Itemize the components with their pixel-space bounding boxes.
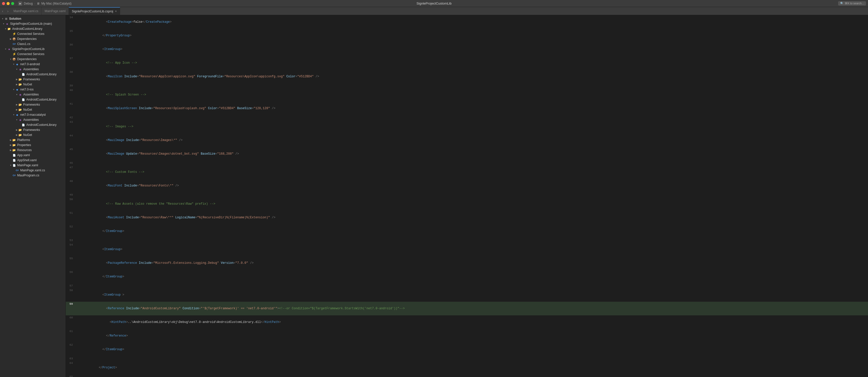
item-label: AndroidCustomLibrary xyxy=(26,98,56,101)
cs-file-icon: C# xyxy=(15,168,19,172)
library-icon: 📄 xyxy=(21,72,25,76)
sidebar-item-dependencies-1[interactable]: ▶ 📦 Dependencies xyxy=(0,36,65,41)
sidebar-item-mainpage-xaml[interactable]: ▾ 📄 MainPage.xaml xyxy=(0,163,65,168)
sidebar-item-frameworks-2[interactable]: ▶ 📂 Frameworks xyxy=(0,102,65,107)
item-label: Dependencies xyxy=(17,57,37,61)
code-line-45: 45 <MauiImage Update="Resources\Images\d… xyxy=(66,147,868,161)
item-label: AndroidCustomLibrary xyxy=(26,123,56,127)
tab-label: MainPage.xaml.cs xyxy=(13,9,38,13)
code-line-35: 35 </PropertyGroup> xyxy=(66,29,868,42)
sidebar-item-net7-android[interactable]: ▾ ◆ net7.0-android xyxy=(0,62,65,67)
item-label: AndroidCustomLibrary xyxy=(12,27,42,31)
item-label: Connected Services xyxy=(17,52,44,56)
sidebar[interactable]: ▾ ⊞ Solution ▾ ■ SignleProjectCustomLib … xyxy=(0,15,66,377)
chevron-down-icon: ▾ xyxy=(9,164,12,167)
item-label: Frameworks xyxy=(23,77,40,81)
chevron-down-icon: ▾ xyxy=(4,27,7,30)
code-line-47: 47 <!-- Custom Fonts --> xyxy=(66,165,868,179)
code-line-60: 60 <HintPath>..\AndroidCustomLibrary\obj… xyxy=(66,315,868,329)
sidebar-item-app-xaml[interactable]: ▶ 📄 App.xaml xyxy=(0,152,65,158)
item-label: net7.0-android xyxy=(20,62,40,66)
code-line-52: 52 </ItemGroup> xyxy=(66,225,868,238)
sidebar-item-connected-services-2[interactable]: ▶ ⚡ Connected Services xyxy=(0,52,65,57)
tab-mainpage-xaml-cs[interactable]: MainPage.xaml.cs xyxy=(10,7,41,15)
sidebar-item-dependencies-2[interactable]: ▾ 📦 Dependencies xyxy=(0,57,65,62)
sidebar-item-frameworks-3[interactable]: ▶ 📂 Frameworks xyxy=(0,127,65,132)
chevron-down-icon: ▾ xyxy=(2,22,5,25)
sidebar-item-solution[interactable]: ▾ ■ SignleProjectCustomLib (main) xyxy=(0,21,65,26)
sidebar-item-frameworks-1[interactable]: ▶ 📂 Frameworks xyxy=(0,77,65,82)
code-line-55: 55 <PackageReference Include="Microsoft.… xyxy=(66,256,868,270)
sidebar-item-nuget-2[interactable]: ▶ 📂 NuGet xyxy=(0,107,65,112)
sidebar-item-nuget-1[interactable]: ▶ 📂 NuGet xyxy=(0,82,65,87)
tab-signleproject-csproj[interactable]: SignleProjectCustomLib.csproj ✕ xyxy=(69,7,120,15)
sidebar-item-androidcustomlibrary-3[interactable]: ▶ 📄 AndroidCustomLibrary xyxy=(0,122,65,127)
editor-content[interactable]: 34 <CreatePackage>false</CreatePackage> … xyxy=(66,15,868,377)
item-label: Frameworks xyxy=(23,128,40,132)
item-label: net7.0-ios xyxy=(20,88,34,91)
run-button[interactable]: ▶ xyxy=(18,2,22,6)
chevron-right-icon: ▶ xyxy=(9,143,12,146)
item-label: NuGet xyxy=(23,82,32,86)
code-line-41: 41 <MauiSplashScreen Include="Resources\… xyxy=(66,102,868,115)
folder-icon: 📂 xyxy=(18,103,22,107)
folder-icon: 📂 xyxy=(12,138,16,142)
tab-nav-back[interactable]: ‹ xyxy=(0,7,5,15)
sidebar-item-androidcustomlibrary-2[interactable]: ▶ 📄 AndroidCustomLibrary xyxy=(0,97,65,102)
minimize-button[interactable] xyxy=(7,2,10,5)
sidebar-item-mainpage-xaml-cs[interactable]: ▶ C# MainPage.xaml.cs xyxy=(0,168,65,173)
library-icon: 📄 xyxy=(21,98,25,102)
chevron-right-icon: ▶ xyxy=(9,148,12,151)
sidebar-item-androidcustomlibrary[interactable]: ▾ 📁 AndroidCustomLibrary xyxy=(0,26,65,31)
code-line-46: 46 xyxy=(66,161,868,165)
code-line-43: 43 <!-- Images --> xyxy=(66,120,868,133)
sidebar-item-signleprojectcustomlib[interactable]: ▾ ■ SignleProjectCustomLib xyxy=(0,46,65,52)
tab-label: SignleProjectCustomLib.csproj xyxy=(72,10,113,13)
sidebar-item-solution-header[interactable]: ▾ ⊞ Solution xyxy=(0,16,65,21)
code-area: 34 <CreatePackage>false</CreatePackage> … xyxy=(66,15,868,377)
sidebar-item-assemblies-1[interactable]: ▾ ◉ Assemblies xyxy=(0,67,65,72)
item-label: SignleProjectCustomLib xyxy=(12,47,44,51)
chevron-right-icon: ▶ xyxy=(15,133,18,136)
item-label: Class1.cs xyxy=(17,42,30,46)
folder-icon: 📂 xyxy=(12,143,16,147)
sidebar-item-class1[interactable]: ▶ C# Class1.cs xyxy=(0,41,65,46)
tab-close-icon[interactable]: ✕ xyxy=(115,10,117,13)
xaml-file-icon: 📄 xyxy=(12,158,16,162)
sidebar-item-net7-maccatalyst[interactable]: ▾ ◆ net7.0-maccatalyst xyxy=(0,112,65,117)
sidebar-item-connected-services-1[interactable]: ▶ ⚡ Connected Services xyxy=(0,31,65,36)
debug-label: Debug xyxy=(24,2,33,5)
sidebar-item-assemblies-3[interactable]: ▾ ◉ Assemblies xyxy=(0,117,65,122)
chevron-right-icon: ▶ xyxy=(15,103,18,106)
folder-icon: 📁 xyxy=(7,27,11,31)
maximize-button[interactable] xyxy=(11,2,14,5)
sidebar-item-platforms[interactable]: ▶ 📂 Platforms xyxy=(0,137,65,142)
sidebar-item-net7-ios[interactable]: ▾ ◆ net7.0-ios xyxy=(0,87,65,92)
search-box[interactable]: 🔍 ⌘K to search... xyxy=(838,1,866,6)
sidebar-item-maiuprogram-cs[interactable]: ▶ C# MauiProgram.cs xyxy=(0,173,65,178)
sidebar-item-androidcustomlibrary-1[interactable]: ▶ 📄 AndroidCustomLibrary xyxy=(0,72,65,77)
close-button[interactable] xyxy=(2,2,5,5)
folder-icon: 📂 xyxy=(12,148,16,152)
code-line-54: 54 <ItemGroup> xyxy=(66,243,868,256)
item-label: MauiProgram.cs xyxy=(17,174,39,177)
item-label: Assemblies xyxy=(23,93,39,96)
framework-icon: ◆ xyxy=(15,88,19,92)
item-label: Dependencies xyxy=(17,37,37,41)
sidebar-item-nuget-3[interactable]: ▶ 📂 NuGet xyxy=(0,132,65,137)
item-label: MainPage.xaml xyxy=(17,164,38,167)
sidebar-item-appshell-xaml[interactable]: ▶ 📄 AppShell.xaml xyxy=(0,158,65,163)
code-line-58: 58 <ItemGroup > xyxy=(66,288,868,302)
tab-nav-forward[interactable]: › xyxy=(5,7,11,15)
sidebar-item-properties[interactable]: ▶ 📂 Properties xyxy=(0,142,65,147)
folder-icon: 📂 xyxy=(18,108,22,112)
code-line-65: 65 xyxy=(66,374,868,377)
sidebar-item-resources[interactable]: ▶ 📂 Resources xyxy=(0,147,65,152)
xaml-file-icon: 📄 xyxy=(12,153,16,157)
chevron-down-icon: ▾ xyxy=(12,113,15,116)
cs-file-icon: C# xyxy=(12,173,16,177)
code-line-38: 38 <MauiIcon Include="Resources\AppIcon\… xyxy=(66,70,868,83)
item-label: Properties xyxy=(17,143,31,147)
tab-mainpage-xaml[interactable]: MainPage.xaml xyxy=(41,7,69,15)
sidebar-item-assemblies-2[interactable]: ▾ ◉ Assemblies xyxy=(0,92,65,97)
